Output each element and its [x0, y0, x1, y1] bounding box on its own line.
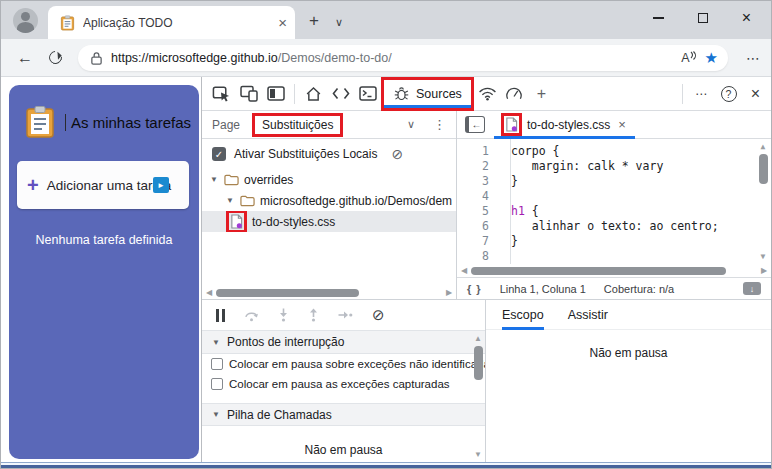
maximize-button[interactable]	[698, 13, 708, 23]
code-text: h1	[501, 204, 525, 219]
refresh-icon[interactable]	[46, 48, 64, 66]
pause-caught-checkbox[interactable]	[211, 378, 223, 390]
navigator-tabbar: Page Substituições ∨ ⋮	[202, 111, 456, 139]
code-line[interactable]: 3}	[457, 174, 771, 189]
tab-page[interactable]: Page	[212, 118, 240, 132]
tab-assistir[interactable]: Assistir	[568, 300, 608, 330]
code-line[interactable]: 8	[457, 249, 771, 264]
step-over-icon[interactable]	[244, 309, 259, 322]
navigator-pane: Page Substituições ∨ ⋮ ✓ Ativar Substitu…	[202, 111, 457, 299]
tab-escopo[interactable]: Escopo	[502, 300, 544, 330]
step-out-icon[interactable]	[308, 308, 319, 322]
step-icon[interactable]	[338, 310, 353, 320]
more-tools-plus-icon[interactable]: +	[528, 80, 555, 108]
pause-caught-row[interactable]: Colocar em pausa as exceções capturadas	[202, 374, 485, 394]
code-editor[interactable]: 1corpo { 2 margin: calk * vary 3} 4 5h1 …	[457, 139, 771, 264]
todo-app-panel: As minhas tarefas + Adicionar uma tarefa…	[9, 85, 199, 459]
scrollbar-thumb[interactable]	[471, 267, 726, 275]
tree-item-overrides[interactable]: ▼ overrides	[202, 169, 456, 190]
hide-navigator-icon[interactable]: ←	[465, 116, 485, 133]
help-icon[interactable]: ?	[715, 80, 742, 108]
dock-side-icon[interactable]	[262, 80, 289, 108]
navigator-hscrollbar[interactable]: ◀ ▶	[202, 286, 456, 299]
network-icon[interactable]	[474, 80, 501, 108]
editor-tab-css-file[interactable]: to-do-styles.css ×	[494, 111, 635, 139]
welcome-home-icon[interactable]	[300, 80, 327, 108]
tab-overrides[interactable]: Substituições	[252, 113, 343, 137]
add-task-button[interactable]: + Adicionar uma tarefa ►	[17, 161, 189, 209]
scroll-left-icon[interactable]: ◀	[459, 266, 469, 275]
browser-tab[interactable]: Aplicação TODO ×	[48, 6, 295, 39]
pretty-print-icon[interactable]: { }	[467, 283, 482, 295]
browser-window: Aplicação TODO × + ∨ × ← https://microso…	[0, 0, 772, 469]
back-icon[interactable]: ←	[17, 49, 33, 67]
debugger-vscrollbar[interactable]: ▲ ▼	[472, 334, 484, 459]
inspect-icon[interactable]	[208, 80, 235, 108]
clear-configuration-icon[interactable]: ⊘	[391, 146, 403, 162]
close-window-button[interactable]: ×	[742, 10, 751, 26]
scroll-right-icon[interactable]: ▶	[444, 288, 454, 297]
deactivate-breakpoints-icon[interactable]: ⊘	[372, 306, 385, 324]
kebab-menu-icon[interactable]: ⋮	[433, 117, 446, 132]
code-line[interactable]: 1corpo {	[457, 144, 771, 159]
window-bottom-edge	[1, 462, 771, 468]
scroll-up-icon[interactable]: ▲	[758, 142, 768, 151]
scroll-down-icon[interactable]: ▼	[473, 450, 483, 459]
scrollbar-thumb[interactable]	[759, 154, 768, 184]
code-line[interactable]: 6 alinhar o texto: ao centro;	[457, 219, 771, 234]
code-text: margin: calk * vary	[501, 159, 663, 174]
code-line[interactable]: 7}	[457, 234, 771, 249]
code-line[interactable]: 2 margin: calk * vary	[457, 159, 771, 174]
settings-menu-icon[interactable]: ⋯	[746, 50, 761, 66]
scope-tabbar: Escopo Assistir	[486, 300, 771, 330]
tree-item-css-file[interactable]: to-do-styles.css	[202, 211, 456, 232]
new-tab-button[interactable]: +	[309, 11, 319, 31]
console-icon[interactable]	[354, 80, 381, 108]
step-into-icon[interactable]	[278, 308, 289, 322]
chevron-down-icon[interactable]: ∨	[407, 118, 415, 131]
tab-sources[interactable]: Sources	[381, 77, 474, 111]
scrollbar-thumb[interactable]	[474, 346, 483, 380]
scroll-down-icon[interactable]: ▼	[758, 252, 768, 261]
profile-avatar[interactable]	[13, 8, 38, 33]
clipboard-favicon-icon	[60, 15, 75, 31]
callstack-section-header[interactable]: ▼ Pilha de Chamadas	[202, 403, 485, 426]
breakpoints-section-header[interactable]: ▼ Pontos de interrupção	[202, 331, 485, 354]
clipboard-icon	[25, 105, 55, 139]
tree-item-domain-folder[interactable]: ▼ microsoftedge.github.io/Demos/dem	[202, 190, 456, 211]
scroll-up-icon[interactable]: ▲	[473, 334, 483, 343]
editor-pane: ← to-do-styles.css × 1corpo { 2 margin	[457, 111, 771, 299]
editor-hscrollbar[interactable]: ◀ ▶	[457, 264, 771, 277]
enable-overrides-checkbox[interactable]: ✓	[212, 147, 226, 161]
device-emulation-icon[interactable]	[235, 80, 262, 108]
read-aloud-icon[interactable]: A	[681, 51, 696, 65]
pause-icon[interactable]	[216, 309, 225, 322]
editor-vscrollbar[interactable]: ▲ ▼	[757, 142, 769, 261]
scroll-left-icon[interactable]: ◀	[204, 288, 214, 297]
url-text[interactable]: https://microsoftedge.github.io/Demos/de…	[111, 51, 673, 65]
tab-close-icon[interactable]: ×	[278, 15, 287, 30]
code-line[interactable]: 5h1 {	[457, 204, 771, 219]
scrollbar-thumb[interactable]	[216, 289, 359, 297]
pause-uncaught-checkbox[interactable]	[211, 358, 223, 370]
empty-task-message: Nenhuma tarefa definida	[9, 233, 199, 247]
customize-menu-icon[interactable]: ⋯	[688, 80, 715, 108]
tab-list-chevron-icon[interactable]: ∨	[335, 16, 343, 29]
performance-icon[interactable]	[501, 80, 528, 108]
window-content: As minhas tarefas + Adicionar uma tarefa…	[1, 77, 771, 462]
expand-arrow-icon[interactable]: ▼	[226, 196, 235, 205]
close-tab-icon[interactable]: ×	[618, 117, 626, 132]
close-devtools-icon[interactable]: ×	[742, 80, 769, 108]
sources-tab-label: Sources	[416, 87, 462, 101]
code-line[interactable]: 4	[457, 189, 771, 204]
minimize-button[interactable]	[653, 17, 664, 18]
css-file-icon	[505, 117, 518, 132]
editor-tab-label: to-do-styles.css	[527, 118, 610, 132]
expand-arrow-icon[interactable]: ▼	[210, 175, 219, 184]
address-bar[interactable]: https://microsoftedge.github.io/Demos/de…	[78, 45, 728, 71]
favorite-star-icon[interactable]: ★	[705, 49, 718, 67]
download-icon[interactable]: ↓	[743, 282, 761, 295]
pause-uncaught-row[interactable]: Colocar em pausa sobre exceções não iden…	[202, 354, 485, 374]
scroll-right-icon[interactable]: ▶	[759, 266, 769, 275]
elements-icon[interactable]	[327, 80, 354, 108]
